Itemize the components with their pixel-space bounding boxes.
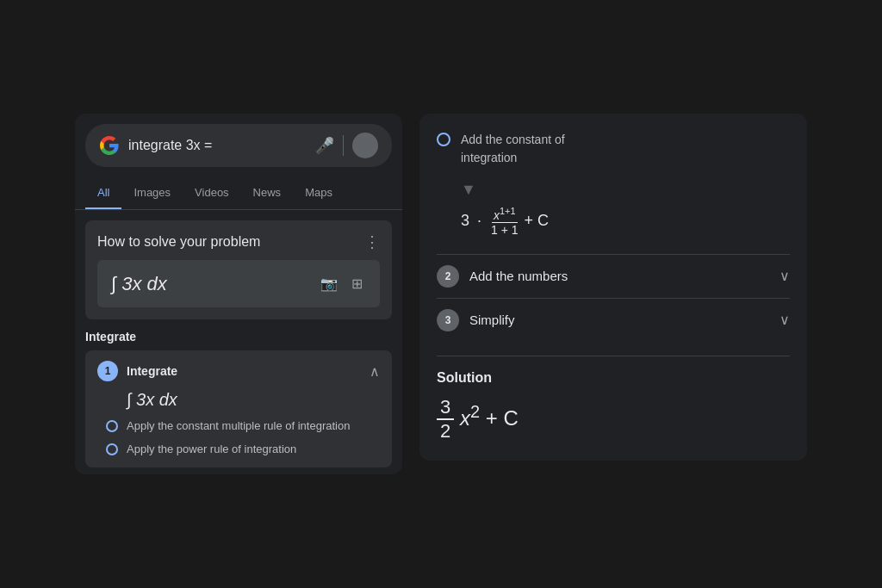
step-1-item: 1 Integrate ∧ ∫ 3x dx Apply the constant…: [85, 350, 392, 467]
numerator: x1+1: [492, 206, 518, 223]
search-bar[interactable]: integrate 3x = 🎤: [85, 124, 392, 167]
how-to-solve-card: How to solve your problem ⋮ ∫ 3x dx 📷 ⊞: [85, 220, 392, 319]
left-panel: integrate 3x = 🎤 All Images Videos News …: [75, 114, 402, 473]
tab-news[interactable]: News: [241, 177, 294, 209]
integral-formula: ∫ 3x dx: [111, 273, 167, 295]
add-const-text: Add the constant ofintegration: [461, 131, 565, 167]
card-title: How to solve your problem: [97, 234, 260, 250]
fraction: x1+1 1 + 1: [489, 206, 520, 237]
google-logo: [99, 135, 120, 156]
step-1-title: Integrate: [127, 364, 177, 378]
step-1-left: 1 Integrate: [97, 361, 177, 381]
chevron-down-2-icon[interactable]: ∨: [780, 268, 790, 284]
sub-step-constant: Apply the constant multiple rule of inte…: [106, 418, 380, 434]
step-1-badge: 1: [97, 361, 118, 381]
grid-icon[interactable]: ⊞: [348, 272, 366, 295]
solution-den: 2: [437, 420, 454, 443]
formula-display: ∫ 3x dx 📷 ⊞: [97, 260, 380, 307]
tab-videos[interactable]: Videos: [183, 177, 241, 209]
step-2-left: 2 Add the numbers: [437, 265, 568, 288]
mic-icon[interactable]: 🎤: [315, 136, 334, 155]
circle-icon-1: [106, 420, 118, 432]
circle-icon-2: [106, 443, 118, 455]
tab-maps[interactable]: Maps: [293, 177, 345, 209]
step-3-title: Simplify: [469, 313, 515, 327]
coeff-3: 3: [461, 212, 469, 229]
solution-fraction: 3 2: [437, 396, 454, 443]
camera-icon[interactable]: 📷: [317, 272, 341, 295]
nav-tabs: All Images Videos News Maps: [75, 177, 402, 210]
tab-all[interactable]: All: [85, 177, 121, 209]
divider: [343, 135, 344, 156]
card-header: How to solve your problem ⋮: [97, 232, 380, 251]
add-const-step: Add the constant ofintegration: [437, 131, 790, 167]
fraction-formula: 3 · x1+1 1 + 1 + C: [461, 206, 790, 237]
solution-x2: x2 + C: [460, 406, 519, 430]
step-2-title: Add the numbers: [469, 269, 568, 283]
step-2-row[interactable]: 2 Add the numbers ∨: [437, 254, 790, 298]
formula-icons: 📷 ⊞: [317, 272, 366, 295]
chevron-up-icon[interactable]: ∧: [370, 363, 380, 380]
avatar[interactable]: [352, 133, 378, 158]
step-2-badge: 2: [437, 265, 459, 288]
sub-step-1-text: Apply the constant multiple rule of inte…: [127, 418, 350, 434]
plus-c: + C: [525, 212, 550, 229]
solution-num: 3: [437, 396, 454, 420]
dot-symbol: ·: [477, 212, 481, 229]
step-1-header[interactable]: 1 Integrate ∧: [97, 361, 380, 381]
tab-images[interactable]: Images: [121, 177, 183, 209]
solution-section: Solution 3 2 x2 + C: [437, 356, 790, 443]
more-options-icon[interactable]: ⋮: [364, 232, 380, 251]
step-1-formula: ∫ 3x dx: [127, 390, 380, 410]
sub-step-power: Apply the power rule of integration: [106, 442, 380, 457]
solution-label: Solution: [437, 370, 790, 386]
section-label: Integrate: [85, 330, 392, 344]
step-3-left: 3 Simplify: [437, 309, 515, 331]
denominator: 1 + 1: [489, 223, 520, 237]
chevron-down-3-icon[interactable]: ∨: [780, 312, 790, 328]
search-query: integrate 3x =: [128, 138, 307, 153]
add-const-label: Add the constant ofintegration: [461, 133, 565, 164]
sub-step-2-text: Apply the power rule of integration: [127, 442, 296, 457]
circle-o-icon: [437, 133, 450, 146]
right-panel: Add the constant ofintegration ▼ 3 · x1+…: [419, 114, 807, 460]
step-3-row[interactable]: 3 Simplify ∨: [437, 298, 790, 342]
step-3-badge: 3: [437, 309, 459, 331]
arrow-down-icon: ▼: [461, 181, 790, 199]
solution-formula: 3 2 x2 + C: [437, 396, 790, 443]
